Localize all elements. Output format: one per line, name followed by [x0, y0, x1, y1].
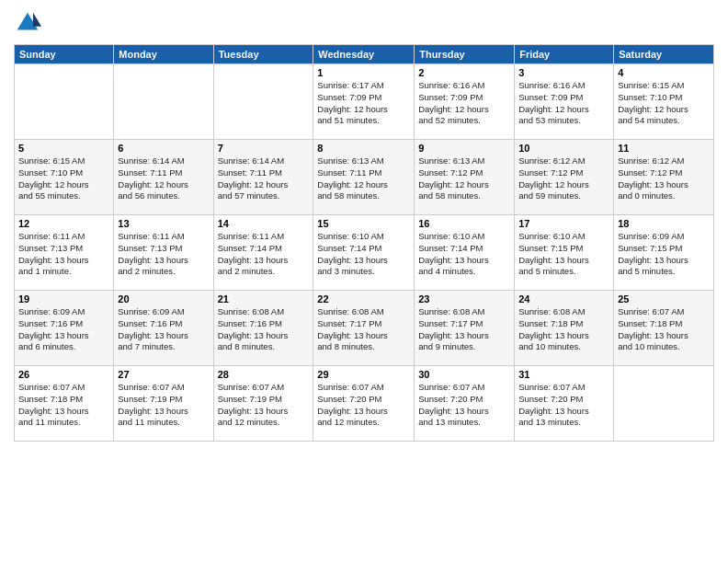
- cell-info: Sunrise: 6:08 AM Sunset: 7:18 PM Dayligh…: [518, 306, 609, 353]
- day-number: 3: [518, 67, 609, 78]
- cell-info: Sunrise: 6:16 AM Sunset: 7:09 PM Dayligh…: [418, 80, 510, 127]
- calendar-cell: 14Sunrise: 6:11 AM Sunset: 7:14 PM Dayli…: [213, 215, 313, 291]
- cell-info: Sunrise: 6:16 AM Sunset: 7:09 PM Dayligh…: [518, 80, 609, 127]
- day-number: 27: [118, 369, 209, 380]
- day-number: 26: [18, 369, 109, 380]
- cell-info: Sunrise: 6:08 AM Sunset: 7:16 PM Dayligh…: [218, 306, 310, 353]
- calendar-cell: 15Sunrise: 6:10 AM Sunset: 7:14 PM Dayli…: [313, 215, 415, 291]
- weekday-header: Friday: [515, 45, 614, 64]
- calendar-week-row: 26Sunrise: 6:07 AM Sunset: 7:18 PM Dayli…: [15, 366, 714, 442]
- calendar-cell: 13Sunrise: 6:11 AM Sunset: 7:13 PM Dayli…: [114, 215, 213, 291]
- calendar-cell: 8Sunrise: 6:13 AM Sunset: 7:11 PM Daylig…: [313, 140, 415, 215]
- cell-info: Sunrise: 6:07 AM Sunset: 7:20 PM Dayligh…: [317, 382, 410, 429]
- day-number: 17: [518, 218, 609, 229]
- cell-info: Sunrise: 6:13 AM Sunset: 7:12 PM Dayligh…: [418, 155, 510, 202]
- cell-info: Sunrise: 6:07 AM Sunset: 7:20 PM Dayligh…: [518, 382, 609, 429]
- calendar-cell: 7Sunrise: 6:14 AM Sunset: 7:11 PM Daylig…: [213, 140, 313, 215]
- day-number: 24: [518, 293, 609, 304]
- cell-info: Sunrise: 6:11 AM Sunset: 7:13 PM Dayligh…: [118, 231, 209, 278]
- calendar-cell: 10Sunrise: 6:12 AM Sunset: 7:12 PM Dayli…: [515, 140, 614, 215]
- day-number: 29: [317, 369, 410, 380]
- day-number: 6: [118, 143, 209, 154]
- calendar-cell: 5Sunrise: 6:15 AM Sunset: 7:10 PM Daylig…: [15, 140, 114, 215]
- day-number: 13: [118, 218, 209, 229]
- cell-info: Sunrise: 6:11 AM Sunset: 7:14 PM Dayligh…: [218, 231, 310, 278]
- day-number: 19: [18, 293, 109, 304]
- calendar-cell: 23Sunrise: 6:08 AM Sunset: 7:17 PM Dayli…: [415, 291, 515, 366]
- weekday-header: Tuesday: [213, 45, 313, 64]
- weekday-header: Thursday: [415, 45, 515, 64]
- day-number: 1: [317, 67, 410, 78]
- day-number: 16: [418, 218, 510, 229]
- calendar-cell: 24Sunrise: 6:08 AM Sunset: 7:18 PM Dayli…: [515, 291, 614, 366]
- day-number: 7: [218, 143, 310, 154]
- cell-info: Sunrise: 6:11 AM Sunset: 7:13 PM Dayligh…: [18, 231, 109, 278]
- cell-info: Sunrise: 6:17 AM Sunset: 7:09 PM Dayligh…: [317, 80, 410, 127]
- cell-info: Sunrise: 6:14 AM Sunset: 7:11 PM Dayligh…: [218, 155, 310, 202]
- day-number: 2: [418, 67, 510, 78]
- cell-info: Sunrise: 6:09 AM Sunset: 7:15 PM Dayligh…: [618, 231, 710, 278]
- calendar-cell: 11Sunrise: 6:12 AM Sunset: 7:12 PM Dayli…: [614, 140, 714, 215]
- calendar-table: SundayMondayTuesdayWednesdayThursdayFrid…: [14, 44, 714, 442]
- day-number: 14: [218, 218, 310, 229]
- cell-info: Sunrise: 6:07 AM Sunset: 7:19 PM Dayligh…: [118, 382, 209, 429]
- calendar-cell: 27Sunrise: 6:07 AM Sunset: 7:19 PM Dayli…: [114, 366, 213, 442]
- cell-info: Sunrise: 6:10 AM Sunset: 7:15 PM Dayligh…: [518, 231, 609, 278]
- cell-info: Sunrise: 6:13 AM Sunset: 7:11 PM Dayligh…: [317, 155, 410, 202]
- weekday-header: Monday: [114, 45, 213, 64]
- calendar-cell: 16Sunrise: 6:10 AM Sunset: 7:14 PM Dayli…: [415, 215, 515, 291]
- cell-info: Sunrise: 6:08 AM Sunset: 7:17 PM Dayligh…: [317, 306, 410, 353]
- logo: [14, 9, 43, 37]
- cell-info: Sunrise: 6:07 AM Sunset: 7:20 PM Dayligh…: [418, 382, 510, 429]
- day-number: 18: [618, 218, 710, 229]
- calendar-cell: 25Sunrise: 6:07 AM Sunset: 7:18 PM Dayli…: [614, 291, 714, 366]
- calendar-cell: 17Sunrise: 6:10 AM Sunset: 7:15 PM Dayli…: [515, 215, 614, 291]
- calendar-cell: 21Sunrise: 6:08 AM Sunset: 7:16 PM Dayli…: [213, 291, 313, 366]
- calendar-cell: 22Sunrise: 6:08 AM Sunset: 7:17 PM Dayli…: [313, 291, 415, 366]
- cell-info: Sunrise: 6:09 AM Sunset: 7:16 PM Dayligh…: [118, 306, 209, 353]
- page-container: SundayMondayTuesdayWednesdayThursdayFrid…: [0, 0, 728, 451]
- cell-info: Sunrise: 6:15 AM Sunset: 7:10 PM Dayligh…: [18, 155, 109, 202]
- day-number: 15: [317, 218, 410, 229]
- day-number: 31: [518, 369, 609, 380]
- day-number: 9: [418, 143, 510, 154]
- calendar-header-row: SundayMondayTuesdayWednesdayThursdayFrid…: [15, 45, 714, 64]
- weekday-header: Wednesday: [313, 45, 415, 64]
- calendar-cell: 31Sunrise: 6:07 AM Sunset: 7:20 PM Dayli…: [515, 366, 614, 442]
- calendar-cell: 20Sunrise: 6:09 AM Sunset: 7:16 PM Dayli…: [114, 291, 213, 366]
- day-number: 20: [118, 293, 209, 304]
- day-number: 8: [317, 143, 410, 154]
- calendar-cell: 1Sunrise: 6:17 AM Sunset: 7:09 PM Daylig…: [313, 64, 415, 140]
- calendar-cell: 4Sunrise: 6:15 AM Sunset: 7:10 PM Daylig…: [614, 64, 714, 140]
- logo-icon: [14, 9, 41, 37]
- day-number: 23: [418, 293, 510, 304]
- calendar-cell: 26Sunrise: 6:07 AM Sunset: 7:18 PM Dayli…: [15, 366, 114, 442]
- calendar-week-row: 5Sunrise: 6:15 AM Sunset: 7:10 PM Daylig…: [15, 140, 714, 215]
- cell-info: Sunrise: 6:12 AM Sunset: 7:12 PM Dayligh…: [518, 155, 609, 202]
- cell-info: Sunrise: 6:09 AM Sunset: 7:16 PM Dayligh…: [18, 306, 109, 353]
- calendar-cell: 2Sunrise: 6:16 AM Sunset: 7:09 PM Daylig…: [415, 64, 515, 140]
- day-number: 4: [618, 67, 710, 78]
- calendar-week-row: 12Sunrise: 6:11 AM Sunset: 7:13 PM Dayli…: [15, 215, 714, 291]
- calendar-cell: 9Sunrise: 6:13 AM Sunset: 7:12 PM Daylig…: [415, 140, 515, 215]
- calendar-week-row: 19Sunrise: 6:09 AM Sunset: 7:16 PM Dayli…: [15, 291, 714, 366]
- weekday-header: Saturday: [614, 45, 714, 64]
- weekday-header: Sunday: [15, 45, 114, 64]
- cell-info: Sunrise: 6:07 AM Sunset: 7:18 PM Dayligh…: [618, 306, 710, 353]
- day-number: 11: [618, 143, 710, 154]
- cell-info: Sunrise: 6:14 AM Sunset: 7:11 PM Dayligh…: [118, 155, 209, 202]
- calendar-week-row: 1Sunrise: 6:17 AM Sunset: 7:09 PM Daylig…: [15, 64, 714, 140]
- calendar-cell: [213, 64, 313, 140]
- day-number: 10: [518, 143, 609, 154]
- day-number: 25: [618, 293, 710, 304]
- calendar-cell: 6Sunrise: 6:14 AM Sunset: 7:11 PM Daylig…: [114, 140, 213, 215]
- calendar-cell: [614, 366, 714, 442]
- calendar-cell: 12Sunrise: 6:11 AM Sunset: 7:13 PM Dayli…: [15, 215, 114, 291]
- cell-info: Sunrise: 6:07 AM Sunset: 7:18 PM Dayligh…: [18, 382, 109, 429]
- cell-info: Sunrise: 6:07 AM Sunset: 7:19 PM Dayligh…: [218, 382, 310, 429]
- cell-info: Sunrise: 6:10 AM Sunset: 7:14 PM Dayligh…: [418, 231, 510, 278]
- calendar-cell: 18Sunrise: 6:09 AM Sunset: 7:15 PM Dayli…: [614, 215, 714, 291]
- calendar-cell: 19Sunrise: 6:09 AM Sunset: 7:16 PM Dayli…: [15, 291, 114, 366]
- day-number: 12: [18, 218, 109, 229]
- calendar-cell: 29Sunrise: 6:07 AM Sunset: 7:20 PM Dayli…: [313, 366, 415, 442]
